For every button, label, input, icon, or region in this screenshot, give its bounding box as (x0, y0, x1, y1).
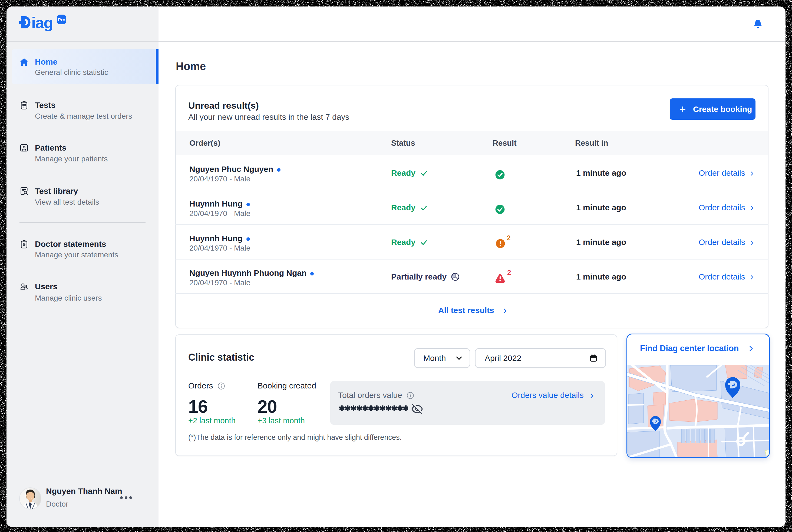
svg-text:iag: iag (31, 15, 53, 31)
svg-text:Pro: Pro (58, 17, 65, 22)
